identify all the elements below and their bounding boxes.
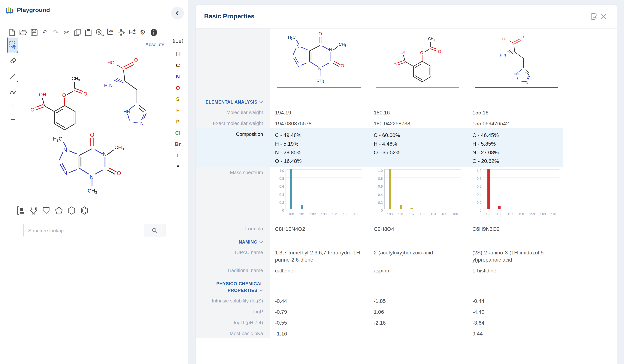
cut-icon[interactable]: ✂ (63, 28, 71, 36)
element-button-O[interactable]: O (168, 82, 187, 93)
chevron-left-icon (175, 10, 180, 16)
property-value: 9.44 (467, 327, 563, 338)
section-header-spacer (368, 275, 467, 295)
element-button-Br[interactable]: Br (168, 138, 187, 150)
redo-icon[interactable]: ↷ (52, 28, 60, 36)
composition-line: C - 49.48% (275, 131, 368, 140)
abbreviated-group-icon[interactable] (16, 206, 26, 215)
property-value: aspirin (368, 264, 467, 275)
collapse-panel-button[interactable] (171, 7, 184, 20)
structure-underline (277, 87, 361, 88)
row-label: Molecular weight (196, 106, 270, 117)
eraser-tool[interactable] (8, 55, 18, 66)
mass-spectrum-chart: 00.20.40.60.81.0180181182183184185186 (375, 169, 461, 216)
composition-line: N - 28.85% (275, 148, 368, 157)
copy-icon[interactable] (74, 28, 81, 36)
property-value: -4.40 (467, 306, 563, 316)
add-remove-hydrogens-icon[interactable]: H (128, 28, 136, 36)
property-value: C9H8O4 (368, 223, 467, 234)
row-label: Most basic pKa (196, 327, 270, 338)
property-value: C8H10N4O2 (270, 223, 368, 234)
row-label: Traditional name (196, 264, 270, 275)
selection-tool[interactable] (7, 38, 18, 52)
zoom-in-button[interactable]: + (8, 101, 18, 111)
pyrrole-ring-icon[interactable]: N (28, 206, 38, 215)
chevron-down-icon (259, 289, 263, 292)
chart-cell: 00.20.40.60.81.0180181182183184185186 (368, 167, 467, 223)
open-file-icon[interactable] (19, 28, 27, 36)
element-button-H[interactable]: H (168, 48, 187, 60)
section-header-naming[interactable]: NAMING (196, 234, 270, 246)
canvas-molecule-histidine[interactable] (96, 52, 158, 131)
basic-properties-panel: Basic Properties ELEMENTAL ANALYSISM (195, 4, 617, 364)
row-label: logP (196, 306, 270, 316)
structure-cell-aspirin (368, 28, 467, 93)
chain-tool[interactable] (8, 87, 18, 98)
svg-text:N: N (32, 212, 35, 215)
structure-info-icon[interactable] (150, 28, 157, 36)
cyclopentane-ring-icon[interactable] (54, 206, 64, 215)
canvas-molecule-aspirin[interactable] (24, 72, 95, 137)
canvas-molecule-caffeine[interactable] (52, 131, 130, 200)
property-value: 194.19 (270, 106, 368, 117)
chevron-down-icon (259, 241, 263, 244)
section-header-spacer (467, 93, 563, 106)
property-value: 180.16 (368, 106, 467, 117)
element-button-Cl[interactable]: Cl (168, 127, 187, 138)
section-header-spacer (270, 93, 368, 106)
property-value: 155.16 (467, 106, 563, 117)
composition-line: C - 46.45% (472, 131, 563, 140)
save-icon[interactable] (30, 28, 38, 36)
section-header-spacer (467, 234, 563, 246)
structure-cell-histidine (467, 28, 563, 93)
new-document-icon[interactable] (8, 28, 16, 36)
property-value: L-histidine (467, 264, 563, 275)
element-button-N[interactable]: N (168, 71, 187, 82)
chirality-flag-label: Absolute (145, 42, 164, 47)
element-button-S[interactable]: S (168, 93, 187, 105)
property-value: 1,3,7-trimethyl-2,3,6,7-tetrahydro-1H-pu… (270, 246, 368, 264)
clean-2d-icon[interactable]: 2D (106, 28, 114, 36)
element-button-I[interactable]: I (168, 150, 187, 161)
structure-lookup-button[interactable] (144, 224, 165, 237)
property-value: -0.44 (467, 295, 563, 306)
structure-lookup-input[interactable] (24, 224, 144, 237)
sketcher-toolbar: ↶ ↷ ✂ 2D -(?)- H ⚙ (8, 28, 157, 36)
property-value: -3.64 (467, 316, 563, 327)
svg-text:-(?)-: -(?)- (118, 30, 125, 34)
property-value: 1.06 (368, 306, 467, 316)
composition-line: C - 60.00% (374, 131, 467, 140)
composition-line: O - 20.62% (472, 157, 563, 165)
periodic-table-icon[interactable] (173, 39, 183, 45)
clear-structure-icon[interactable] (95, 28, 103, 36)
section-header-spacer (368, 93, 467, 106)
close-icon[interactable] (599, 12, 609, 21)
structure-canvas[interactable]: Absolute (19, 40, 169, 203)
cyclohexane-ring-icon[interactable] (67, 206, 77, 215)
element-button-any[interactable]: * (168, 161, 187, 172)
any-bond-icon[interactable]: -(?)- (117, 28, 125, 36)
row-label: Exact molecular weight (196, 117, 270, 128)
structure-image-aspirin (388, 33, 448, 88)
section-header-spacer (467, 275, 563, 295)
section-header-elemental-analysis[interactable]: ELEMENTAL ANALYSIS (196, 93, 270, 106)
paste-icon[interactable] (84, 28, 92, 36)
settings-gear-icon[interactable]: ⚙ (139, 28, 147, 36)
bond-tool[interactable] (8, 71, 18, 82)
element-button-P[interactable]: P (168, 116, 187, 127)
section-header-physico-chemical-properties[interactable]: PHYSICO-CHEMICAL PROPERTIES (196, 275, 270, 295)
composition-line: N - 27.08% (472, 148, 563, 157)
row-label: Formula (196, 223, 270, 234)
row-label: Mass spectrum (196, 167, 270, 223)
export-icon[interactable] (589, 12, 599, 21)
cyclopentadiene-ring-icon[interactable] (41, 206, 51, 215)
panel-header: Basic Properties (196, 5, 617, 28)
property-value: C - 46.45%H - 5.85%N - 27.08%O - 20.62% (467, 128, 563, 167)
element-button-F[interactable]: F (168, 105, 187, 116)
row-label: Composition (196, 128, 270, 167)
undo-icon[interactable]: ↶ (41, 28, 49, 36)
element-button-C[interactable]: C (168, 60, 187, 71)
svg-text:2D: 2D (109, 29, 113, 33)
benzene-ring-icon[interactable] (79, 206, 89, 215)
zoom-out-button[interactable]: − (8, 114, 18, 125)
